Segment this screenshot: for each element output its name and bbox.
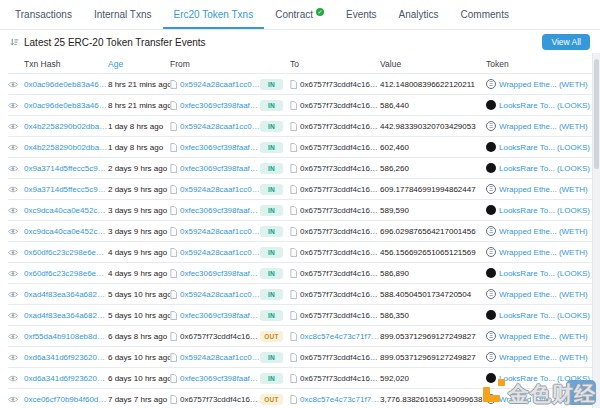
token-icon — [486, 352, 496, 362]
from-address-link[interactable]: 0x5924a28caaf1cc01661... — [180, 248, 260, 257]
direction-badge: IN — [260, 247, 283, 258]
token-link[interactable]: LooksRare To... (LOOKS) — [499, 164, 590, 173]
txn-hash-link[interactable]: 0xc9dca40ca0e452caa5... — [24, 206, 108, 215]
txn-hash-link[interactable]: 0xce06cf70b9b4f60d335... — [24, 395, 108, 404]
from-address-link[interactable]: 0x5924a28caaf1cc01661... — [180, 80, 260, 89]
to-address-link[interactable]: 0xc8c57e4c73c71f72ca0... — [300, 395, 380, 404]
tab-contract[interactable]: Contract ✓ — [264, 0, 335, 29]
eye-preview-icon[interactable] — [8, 396, 18, 403]
txn-hash-link[interactable]: 0xc9dca40ca0e452caa5... — [24, 227, 108, 236]
to-address-link: 0x6757f73cddf4c161712... — [300, 311, 380, 320]
txn-hash-link[interactable]: 0xf55da4b9108eb8d0b2... — [24, 332, 108, 341]
token-link[interactable]: Wrapped Ethe... (WETH) — [499, 227, 588, 236]
eye-preview-icon[interactable] — [8, 186, 18, 193]
tab-events[interactable]: Events — [335, 0, 388, 29]
txn-hash-link[interactable]: 0xd6a341d6f923620de8... — [24, 353, 108, 362]
from-address-link: 0x6757f73cddf4c161712... — [180, 395, 260, 404]
view-all-button[interactable]: View All — [542, 34, 590, 50]
txn-hash-link[interactable]: 0x0ac96de0eb83a46efd... — [24, 80, 108, 89]
value-text: 588.40504501734720504 — [380, 290, 471, 299]
direction-badge: OUT — [260, 394, 283, 405]
token-icon — [486, 184, 496, 194]
direction-badge: IN — [260, 310, 283, 321]
txn-hash-link[interactable]: 0x4b2258290b02dbad44... — [24, 122, 108, 131]
table-row: 0x0ac96de0eb83a46efd... 8 hrs 21 mins ag… — [8, 95, 592, 116]
eye-preview-icon[interactable] — [8, 291, 18, 298]
from-address-link[interactable]: 0xfec3069cf398faaf689c... — [180, 143, 260, 152]
eye-preview-icon[interactable] — [8, 375, 18, 382]
token-icon — [486, 289, 496, 299]
txn-hash-link[interactable]: 0xd6a341d6f923620de8... — [24, 374, 108, 383]
from-address-link[interactable]: 0x5924a28caaf1cc01661... — [180, 290, 260, 299]
token-link[interactable]: Wrapped Ethe... (WETH) — [499, 248, 588, 257]
document-icon — [290, 122, 297, 131]
eye-preview-icon[interactable] — [8, 81, 18, 88]
document-icon — [290, 290, 297, 299]
to-address-link: 0x6757f73cddf4c161712... — [300, 248, 380, 257]
txn-hash-link[interactable]: 0xad4f83ea364a682214... — [24, 290, 108, 299]
from-address-link[interactable]: 0xfec3069cf398faaf689c... — [180, 311, 260, 320]
from-address-link[interactable]: 0xfec3069cf398faaf689c... — [180, 269, 260, 278]
from-address-link[interactable]: 0xfec3069cf398faaf689c... — [180, 374, 260, 383]
token-link[interactable]: LooksRare To... (LOOKS) — [499, 101, 590, 110]
scrollbar-track[interactable] — [592, 53, 600, 408]
table-row: 0x9a3714d5ffecc5c9812... 2 days 9 hrs ag… — [8, 158, 592, 179]
value-text: 442.983390320703429053 — [380, 122, 476, 131]
tab-comments[interactable]: Comments — [450, 0, 520, 29]
from-address-link[interactable]: 0xfec3069cf398faaf689c... — [180, 164, 260, 173]
eye-preview-icon[interactable] — [8, 249, 18, 256]
token-link[interactable]: Wrapped Ethe... (WETH) — [499, 332, 588, 341]
from-address-link[interactable]: 0x5924a28caaf1cc01661... — [180, 185, 260, 194]
scrollbar-thumb[interactable] — [594, 59, 599, 169]
tab-erc20-token-txns[interactable]: Erc20 Token Txns — [163, 0, 265, 29]
to-address-link[interactable]: 0xc8c57e4c73c71f72ca0... — [300, 332, 380, 341]
token-link[interactable]: Wrapped Ethe... (WETH) — [499, 353, 588, 362]
txn-hash-link[interactable]: 0xad4f83ea364a682214... — [24, 311, 108, 320]
token-link[interactable]: LooksRare To... (LOOKS) — [499, 143, 590, 152]
direction-badge: OUT — [260, 331, 283, 342]
tab-transactions[interactable]: Transactions — [4, 0, 83, 29]
token-link[interactable]: Wrapped Ethe... (WETH) — [499, 290, 588, 299]
token-link[interactable]: LooksRare To... (LOOKS) — [499, 269, 590, 278]
from-address-link[interactable]: 0x5924a28caaf1cc01661... — [180, 122, 260, 131]
eye-preview-icon[interactable] — [8, 144, 18, 151]
token-link[interactable]: Wrapped Ethe... (WETH) — [499, 122, 588, 131]
txn-hash-link[interactable]: 0x60df6c23c298e6e39a... — [24, 269, 108, 278]
table-row: 0x9a3714d5ffecc5c9812... 2 days 9 hrs ag… — [8, 179, 592, 200]
tab-label: Analytics — [399, 9, 439, 20]
from-address-link[interactable]: 0x5924a28caaf1cc01661... — [180, 227, 260, 236]
age-text: 8 hrs 21 mins ago — [108, 101, 170, 110]
token-icon — [486, 310, 496, 320]
txn-hash-link[interactable]: 0x9a3714d5ffecc5c9812... — [24, 185, 108, 194]
txn-hash-link[interactable]: 0x9a3714d5ffecc5c9812... — [24, 164, 108, 173]
txn-hash-link[interactable]: 0x60df6c23c298e6e39a... — [24, 248, 108, 257]
eye-preview-icon[interactable] — [8, 333, 18, 340]
eye-preview-icon[interactable] — [8, 123, 18, 130]
value-text: 609.177846991994862447 — [380, 185, 476, 194]
eye-preview-icon[interactable] — [8, 354, 18, 361]
from-address-link[interactable]: 0xfec3069cf398faaf689c... — [180, 206, 260, 215]
from-address-link[interactable]: 0x5924a28caaf1cc01661... — [180, 353, 260, 362]
eye-preview-icon[interactable] — [8, 270, 18, 277]
age-text: 4 days 9 hrs ago — [108, 248, 167, 257]
eye-preview-icon[interactable] — [8, 102, 18, 109]
txn-hash-link[interactable]: 0x4b2258290b02dbad44... — [24, 143, 108, 152]
token-link[interactable]: Wrapped Ethe... (WETH) — [499, 185, 588, 194]
document-icon — [170, 248, 177, 257]
token-link[interactable]: LooksRare To... (LOOKS) — [499, 206, 590, 215]
document-icon — [290, 80, 297, 89]
token-link[interactable]: Wrapped Ethe... (WETH) — [499, 80, 588, 89]
from-address-link[interactable]: 0xfec3069cf398faaf689c... — [180, 101, 260, 110]
eye-preview-icon[interactable] — [8, 207, 18, 214]
tab-analytics[interactable]: Analytics — [388, 0, 450, 29]
txn-hash-link[interactable]: 0x0ac96de0eb83a46efd... — [24, 101, 108, 110]
header-age-sort[interactable]: Age — [108, 59, 170, 69]
token-icon — [486, 79, 496, 89]
eye-preview-icon[interactable] — [8, 228, 18, 235]
eye-preview-icon[interactable] — [8, 165, 18, 172]
from-address-link: 0x6757f73cddf4c161712... — [180, 332, 260, 341]
tab-internal-txns[interactable]: Internal Txns — [83, 0, 163, 29]
eye-preview-icon[interactable] — [8, 312, 18, 319]
verified-check-icon: ✓ — [316, 8, 324, 16]
token-link[interactable]: LooksRare To... (LOOKS) — [499, 311, 590, 320]
